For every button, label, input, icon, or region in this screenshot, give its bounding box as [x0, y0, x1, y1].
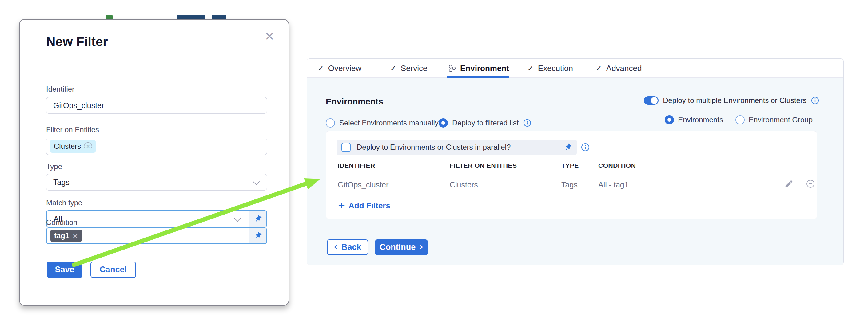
check-icon: ✓	[317, 64, 324, 73]
radio-icon[interactable]	[736, 115, 745, 125]
chevron-left-icon: ‹	[334, 242, 338, 252]
filter-on-entities-label: Filter on Entities	[46, 125, 99, 134]
pipeline-stage-panel: ✓ Overview ✓ Service Environment ✓ Execu…	[307, 58, 844, 265]
environment-scope-radio-row: Environments Environment Group	[665, 115, 813, 125]
environment-icon	[448, 64, 456, 72]
radio-label: Select Environments manually	[339, 119, 439, 127]
remove-minus-circle-icon[interactable]	[806, 179, 815, 188]
divider	[559, 142, 559, 153]
tab-label: Service	[401, 64, 428, 73]
column-header-identifier: IDENTIFIER	[338, 162, 375, 169]
filters-card: Deploy to Environments or Clusters in pa…	[326, 131, 817, 219]
environment-tab-content: Environments Select Environments manuall…	[307, 78, 843, 265]
match-type-label: Match type	[46, 199, 82, 207]
tab-label: Environment	[460, 64, 509, 73]
type-value: Tags	[53, 178, 69, 187]
identifier-input[interactable]: GitOps_cluster	[46, 97, 267, 114]
continue-button[interactable]: Continue ›	[375, 239, 428, 255]
close-icon[interactable]: ✕	[265, 31, 274, 42]
identifier-value: GitOps_cluster	[53, 101, 104, 110]
text-caret	[86, 231, 86, 241]
condition-label: Condition	[46, 218, 77, 227]
add-filters-label: Add Filters	[348, 201, 390, 210]
radio-environment-group[interactable]: Environment Group	[736, 115, 813, 125]
plus-icon: +	[338, 200, 345, 210]
condition-chip-label: tag1	[54, 231, 69, 240]
cell-condition: All - tag1	[598, 181, 629, 189]
toggle-label: Deploy to multiple Environments or Clust…	[663, 96, 806, 105]
column-header-condition: CONDITION	[598, 162, 636, 169]
tab-execution[interactable]: ✓ Execution	[527, 59, 573, 78]
tab-environment[interactable]: Environment	[448, 59, 509, 78]
chip-remove-icon[interactable]: ×	[72, 232, 78, 240]
check-icon: ✓	[527, 64, 534, 73]
pushpin-icon	[252, 213, 264, 225]
deploy-multiple-toggle[interactable]	[644, 96, 658, 105]
info-icon[interactable]	[581, 142, 590, 152]
radio-deploy-to-filtered-list[interactable]: Deploy to filtered list	[439, 118, 531, 128]
pin-button[interactable]	[249, 228, 267, 243]
radio-icon[interactable]	[439, 118, 448, 128]
cell-filter-on-entities: Clusters	[450, 181, 478, 189]
tab-service[interactable]: ✓ Service	[390, 59, 428, 78]
info-icon[interactable]	[811, 96, 819, 105]
stage-tabbar: ✓ Overview ✓ Service Environment ✓ Execu…	[307, 59, 843, 78]
tab-advanced[interactable]: ✓ Advanced	[595, 59, 642, 78]
chip-remove-icon[interactable]: ×	[84, 142, 92, 150]
tab-label: Advanced	[606, 64, 642, 73]
back-label: Back	[341, 242, 362, 252]
tab-overview[interactable]: ✓ Overview	[317, 59, 362, 78]
save-button[interactable]: Save	[47, 262, 83, 278]
entity-chip-label: Clusters	[54, 142, 81, 151]
wizard-footer: ‹ Back Continue ›	[327, 239, 428, 255]
pin-button[interactable]	[249, 211, 267, 227]
pushpin-icon	[252, 230, 264, 241]
environments-heading: Environments	[326, 97, 383, 107]
type-select[interactable]: Tags	[46, 174, 267, 191]
radio-label: Deploy to filtered list	[452, 119, 519, 127]
chevron-right-icon: ›	[419, 242, 423, 252]
chevron-down-icon	[234, 215, 241, 222]
radio-icon[interactable]	[326, 118, 335, 128]
multi-environment-toggle-row: Deploy to multiple Environments or Clust…	[644, 96, 819, 105]
check-icon: ✓	[390, 64, 397, 73]
edit-pencil-icon[interactable]	[784, 179, 794, 188]
continue-label: Continue	[379, 242, 415, 252]
radio-label: Environments	[678, 116, 723, 124]
radio-select-environments-manually[interactable]: Select Environments manually	[326, 118, 439, 128]
column-header-type: TYPE	[561, 162, 579, 169]
new-filter-dialog: ✕ New Filter Identifier GitOps_cluster F…	[19, 19, 289, 306]
back-button[interactable]: ‹ Back	[327, 239, 368, 255]
parallel-label: Deploy to Environments or Clusters in pa…	[357, 143, 510, 152]
column-header-filter-on-entities: FILTER ON ENTITIES	[450, 162, 517, 169]
info-icon[interactable]	[523, 119, 531, 127]
check-icon: ✓	[595, 64, 602, 73]
deploy-parallel-option[interactable]: Deploy to Environments or Clusters in pa…	[337, 139, 577, 155]
parallel-checkbox[interactable]	[341, 142, 351, 152]
match-type-select[interactable]: All	[46, 210, 267, 227]
identifier-label: Identifier	[46, 85, 74, 93]
toggle-knob	[651, 97, 658, 104]
cell-type: Tags	[561, 181, 578, 189]
chevron-down-icon	[253, 178, 260, 185]
entity-chip[interactable]: Clusters ×	[50, 140, 96, 153]
tab-label: Overview	[328, 64, 362, 73]
filter-on-entities-input[interactable]: Clusters ×	[46, 138, 267, 155]
condition-chip[interactable]: tag1 ×	[51, 230, 82, 242]
condition-input[interactable]: tag1 ×	[46, 227, 267, 244]
cell-identifier: GitOps_cluster	[338, 181, 389, 189]
tab-label: Execution	[538, 64, 573, 73]
pushpin-icon[interactable]	[562, 141, 574, 153]
dialog-title: New Filter	[46, 34, 108, 49]
cancel-button[interactable]: Cancel	[90, 262, 136, 278]
radio-icon[interactable]	[665, 115, 674, 125]
add-filters-button[interactable]: + Add Filters	[338, 201, 390, 210]
radio-label: Environment Group	[749, 116, 813, 124]
radio-environments[interactable]: Environments	[665, 115, 723, 125]
type-label: Type	[46, 162, 62, 171]
